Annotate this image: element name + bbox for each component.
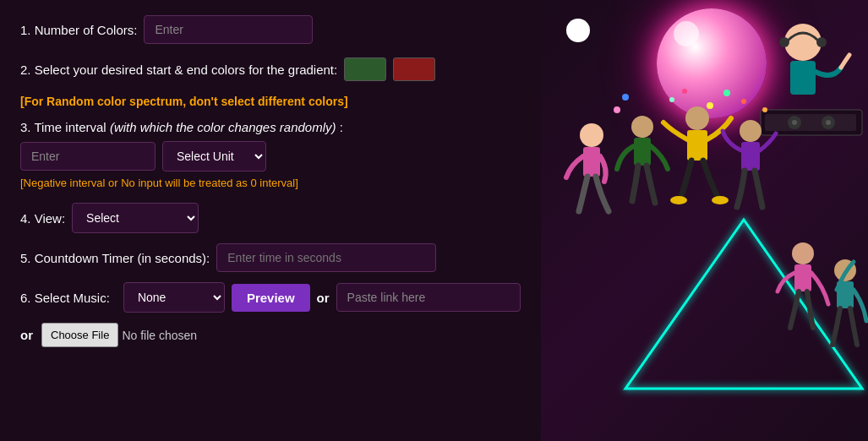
svg-point-24 <box>622 94 629 101</box>
svg-point-9 <box>826 120 831 125</box>
main-container: 1. Number of Colors: 2. Select your desi… <box>0 0 868 441</box>
paste-link-input[interactable] <box>336 283 521 312</box>
svg-rect-19 <box>741 142 760 171</box>
svg-rect-13 <box>634 138 651 166</box>
svg-point-10 <box>580 123 603 147</box>
svg-rect-15 <box>687 130 707 161</box>
svg-point-23 <box>741 99 746 104</box>
row2-label: 2. Select your desired start & end color… <box>20 63 337 77</box>
time-interval-row: Select Unit Seconds Milliseconds Minutes <box>20 141 521 172</box>
time-interval-input[interactable] <box>20 142 156 171</box>
music-select-dropdown[interactable]: None Option A Option B <box>123 282 225 313</box>
number-of-colors-input[interactable] <box>144 15 313 44</box>
file-input-wrapper: Choose File No file chosen <box>41 323 197 347</box>
row4-view: 4. View: Select Option 1 Option 2 Option… <box>20 203 521 233</box>
view-select-dropdown[interactable]: Select Option 1 Option 2 Option 3 <box>72 203 199 233</box>
preview-button[interactable]: Preview <box>232 284 310 312</box>
or-label-file: or <box>20 328 33 342</box>
svg-point-25 <box>682 89 687 94</box>
svg-point-22 <box>707 102 713 109</box>
svg-point-16 <box>670 196 687 204</box>
svg-point-21 <box>669 97 674 102</box>
right-panel-illustration <box>541 0 868 441</box>
row5-label: 5. Countdown Timer (in seconds): <box>20 251 210 265</box>
svg-rect-11 <box>583 147 600 177</box>
svg-point-0 <box>784 24 822 61</box>
row6-music: 6. Select Music: None Option A Option B … <box>20 282 521 313</box>
interval-info: [Negative interval or No input will be t… <box>20 177 521 189</box>
countdown-timer-input[interactable] <box>216 243 436 272</box>
row2-gradient-colors: 2. Select your desired start & end color… <box>20 57 521 81</box>
row4-label: 4. View: <box>20 211 65 226</box>
row3-label: 3. Time interval (with which the color c… <box>20 120 514 134</box>
svg-point-17 <box>712 196 729 204</box>
select-unit-dropdown[interactable]: Select Unit Seconds Milliseconds Minutes <box>162 141 266 172</box>
svg-rect-30 <box>794 264 811 291</box>
left-panel: 1. Number of Colors: 2. Select your desi… <box>0 0 541 441</box>
no-file-chosen-label: No file chosen <box>122 329 197 342</box>
scene-svg <box>541 0 868 441</box>
svg-point-14 <box>685 106 709 130</box>
or-label-music: or <box>317 291 330 305</box>
row1-number-of-colors: 1. Number of Colors: <box>20 15 521 44</box>
svg-point-2 <box>779 37 789 47</box>
random-spectrum-warning: [For Random color spectrum, don't select… <box>20 95 521 108</box>
svg-point-29 <box>792 242 814 264</box>
svg-point-12 <box>631 116 653 138</box>
svg-point-18 <box>740 120 762 142</box>
svg-point-20 <box>614 106 620 113</box>
choose-file-button[interactable]: Choose File <box>41 323 118 347</box>
row6-label: 6. Select Music: <box>20 291 110 305</box>
svg-point-26 <box>723 90 730 96</box>
svg-rect-1 <box>790 61 816 95</box>
row1-label: 1. Number of Colors: <box>20 23 137 37</box>
svg-point-3 <box>816 37 827 47</box>
start-color-picker[interactable] <box>344 57 386 81</box>
file-upload-row: or Choose File No file chosen <box>20 323 521 347</box>
svg-point-7 <box>792 120 797 125</box>
svg-rect-5 <box>765 114 856 131</box>
end-color-picker[interactable] <box>393 57 435 81</box>
row5-countdown: 5. Countdown Timer (in seconds): <box>20 243 521 272</box>
svg-point-27 <box>762 107 767 112</box>
